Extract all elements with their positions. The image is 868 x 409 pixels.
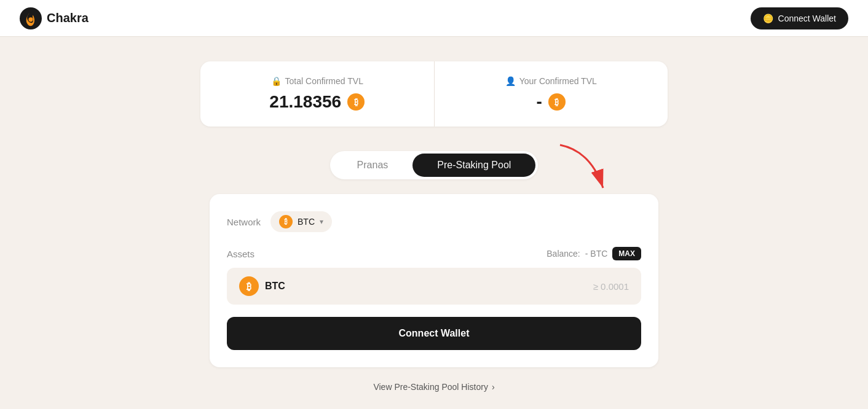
btc-name: BTC <box>265 281 285 292</box>
balance-row: Balance: - BTC MAX <box>546 247 641 260</box>
pool-card-wrapper: Network ₿ BTC ▾ Assets Balance: - BTC MA… <box>210 194 658 367</box>
total-tvl-label: 🔒 Total Confirmed TVL <box>271 76 363 86</box>
tabs-container: Pranas Pre-Staking Pool <box>330 151 539 179</box>
history-chevron-icon: › <box>492 382 495 392</box>
svg-point-1 <box>28 17 33 21</box>
network-selector[interactable]: ₿ BTC ▾ <box>270 211 332 232</box>
pool-card: Network ₿ BTC ▾ Assets Balance: - BTC MA… <box>210 194 658 367</box>
wallet-icon-header: 🪙 <box>763 14 773 23</box>
tab-pranas[interactable]: Pranas <box>333 154 413 177</box>
btc-input-row: ₿ BTC ≥ 0.0001 <box>227 268 641 305</box>
btc-info: ₿ BTC <box>239 276 285 296</box>
network-btc-icon: ₿ <box>279 215 293 228</box>
your-tvl-value: - ₿ <box>537 92 566 112</box>
logo: Chakra <box>20 7 89 29</box>
network-row: Network ₿ BTC ▾ <box>227 211 641 232</box>
tab-pre-staking-pool[interactable]: Pre-Staking Pool <box>412 154 535 177</box>
history-link-label: View Pre-Staking Pool History <box>373 382 487 392</box>
lock-icon: 🔒 <box>271 76 282 86</box>
tvl-card: 🔒 Total Confirmed TVL 21.18356 ₿ 👤 Your … <box>200 61 668 127</box>
header-connect-wallet-button[interactable]: 🪙 Connect Wallet <box>751 7 848 29</box>
network-label: Network <box>227 217 261 227</box>
history-link[interactable]: View Pre-Staking Pool History › <box>373 382 494 392</box>
network-value: BTC <box>298 217 315 227</box>
your-tvl-label: 👤 Your Confirmed TVL <box>505 76 597 86</box>
user-icon: 👤 <box>505 76 516 86</box>
assets-label: Assets <box>227 249 254 259</box>
your-btc-badge: ₿ <box>548 93 566 111</box>
total-tvl-section: 🔒 Total Confirmed TVL 21.18356 ₿ <box>200 61 435 127</box>
main-content: 🔒 Total Confirmed TVL 21.18356 ₿ 👤 Your … <box>0 37 868 409</box>
balance-value: - BTC <box>585 249 608 259</box>
btc-min-value: ≥ 0.0001 <box>593 281 629 292</box>
your-tvl-section: 👤 Your Confirmed TVL - ₿ <box>435 61 668 127</box>
header: Chakra 🪙 Connect Wallet <box>0 0 868 37</box>
btc-icon-medium: ₿ <box>239 276 259 296</box>
assets-row: Assets Balance: - BTC MAX <box>227 247 641 260</box>
balance-label: Balance: <box>546 249 580 259</box>
header-connect-wallet-label: Connect Wallet <box>778 14 836 23</box>
max-button[interactable]: MAX <box>612 247 641 260</box>
chevron-down-icon: ▾ <box>320 217 323 226</box>
total-btc-badge: ₿ <box>347 93 365 111</box>
chakra-logo-icon <box>20 7 42 29</box>
arrow-annotation <box>542 139 621 200</box>
connect-wallet-main-button[interactable]: Connect Wallet <box>227 317 641 350</box>
logo-text: Chakra <box>47 11 89 25</box>
total-tvl-value: 21.18356 ₿ <box>269 92 365 112</box>
